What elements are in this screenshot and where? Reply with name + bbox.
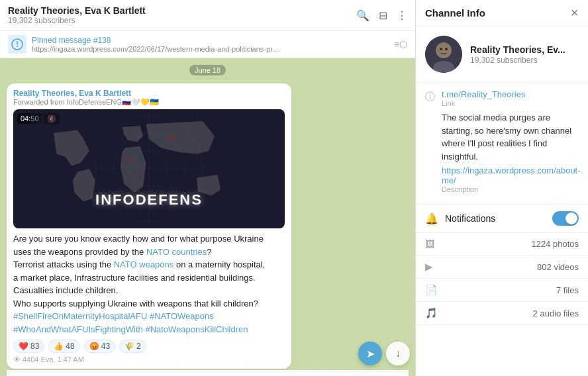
svg-point-14 (440, 48, 442, 50)
toggle-thumb (565, 212, 577, 224)
panel-header: Channel Info ✕ (416, 0, 588, 26)
profile-details: Reality Theories, Ev... 19,302 subscribe… (470, 44, 565, 65)
reaction-angry[interactable]: 😡43 (84, 340, 115, 353)
pinned-label: Pinned message #138 (32, 36, 389, 45)
svg-point-15 (445, 48, 448, 50)
videos-count: 802 videos (537, 262, 579, 272)
channel-title: Reality Theories, Eva K Bartlett (8, 5, 351, 16)
message-forwarded: Forwarded from InfoDefenseENG🇷🇺🤍💛🇺🇦 (13, 98, 285, 107)
svg-point-12 (436, 42, 452, 58)
photo-icon: 🖼 (425, 238, 435, 250)
notifications-row: 🔔 Notifications (416, 205, 588, 233)
message-text: Are you sure you know exactly how and fo… (13, 232, 285, 336)
photos-row[interactable]: 🖼 1224 photos (416, 233, 588, 256)
profile-avatar (425, 36, 462, 73)
profile-name: Reality Theories, Ev... (470, 44, 565, 56)
channel-header: Reality Theories, Eva K Bartlett 19,302 … (0, 0, 415, 31)
svg-text:✕: ✕ (167, 134, 175, 144)
link-label: Link (442, 99, 581, 107)
send-fab[interactable]: ➤ (358, 342, 382, 365)
video-overlay-text: INFODEFENS (20, 191, 278, 209)
left-panel: Reality Theories, Eva K Bartlett 19,302 … (0, 0, 416, 376)
message-footer: 👁 4404 Eva, 1:47 AM (13, 355, 285, 363)
info-circle-icon: ⓘ (425, 91, 435, 103)
right-panel: Channel Info ✕ Reality Theories, Ev... 1… (416, 0, 588, 376)
channel-profile-section: Reality Theories, Ev... 19,302 subscribe… (416, 26, 588, 83)
message-sender: Reality Theories, Eva K Bartlett (13, 89, 285, 98)
channel-subscribers: 19,302 subscribers (8, 16, 351, 25)
search-icon[interactable]: 🔍 (356, 9, 369, 22)
header-icons: 🔍 ⊟ ⋮ (356, 9, 407, 22)
reaction-wheat[interactable]: 🌾2 (119, 340, 146, 353)
channel-header-info: Reality Theories, Eva K Bartlett 19,302 … (8, 5, 351, 25)
desc-label: Description (442, 185, 581, 193)
audio-count: 2 audio files (533, 308, 579, 318)
videos-row[interactable]: ▶ 802 videos (416, 256, 588, 279)
video-thumbnail[interactable]: 04:50 🔇 (13, 109, 285, 228)
link-section: ⓘ t.me/Reality_Theories Link The social … (416, 83, 588, 205)
pinned-thumb (8, 35, 26, 54)
svg-point-2 (17, 46, 18, 47)
channel-link[interactable]: t.me/Reality_Theories (442, 89, 581, 99)
files-count: 7 files (556, 285, 579, 295)
notifications-label: Notifications (445, 213, 552, 224)
message-bubble: Reality Theories, Eva K Bartlett Forward… (7, 83, 291, 369)
svg-text:✕: ✕ (125, 156, 131, 164)
link-content: t.me/Reality_Theories Link The social me… (442, 89, 581, 193)
reactions-row: ❤️83 👍48 😡43 🌾2 (13, 340, 285, 353)
description-link[interactable]: https://ingaza.wordpress.com/about-me/ (442, 165, 581, 185)
date-badge: June 18 (189, 65, 226, 75)
columns-icon[interactable]: ⊟ (379, 9, 387, 22)
scroll-down-fab[interactable]: ↓ (386, 342, 410, 365)
audio-row[interactable]: 🎵 2 audio files (416, 302, 588, 325)
link-row: ⓘ t.me/Reality_Theories Link The social … (425, 89, 579, 193)
audio-icon: 🎵 (425, 307, 438, 319)
video-icon: ▶ (425, 261, 433, 273)
comments-section: 6 comments › (7, 370, 409, 376)
comments-bar[interactable]: 6 comments › (7, 371, 409, 376)
channel-description: The social media purges are starting, so… (442, 111, 581, 163)
reaction-thumbs[interactable]: 👍48 (48, 340, 79, 353)
photos-count: 1224 photos (531, 239, 579, 249)
pinned-url: https://ingaza.wordpress.com/2022/06/17/… (32, 45, 283, 53)
reaction-heart[interactable]: ❤️83 (13, 340, 44, 353)
files-row[interactable]: 📄 7 files (416, 279, 588, 302)
bell-icon: 🔔 (425, 212, 438, 225)
more-icon[interactable]: ⋮ (397, 9, 407, 22)
file-icon: 📄 (425, 284, 438, 296)
profile-subscribers: 19,302 subscribers (470, 56, 565, 65)
pinned-content: Pinned message #138 https://ingaza.wordp… (32, 36, 389, 53)
pinned-bar[interactable]: Pinned message #138 https://ingaza.wordp… (0, 31, 415, 58)
close-button[interactable]: ✕ (570, 7, 579, 19)
message-views: 👁 4404 Eva, 1:47 AM (13, 355, 84, 363)
pin-action-icon: ≡⬡ (394, 39, 407, 50)
eye-icon: 👁 (13, 355, 21, 363)
chat-area: June 18 Reality Theories, Eva K Bartlett… (0, 58, 415, 376)
panel-title: Channel Info (425, 7, 485, 19)
notifications-toggle[interactable] (552, 211, 579, 226)
